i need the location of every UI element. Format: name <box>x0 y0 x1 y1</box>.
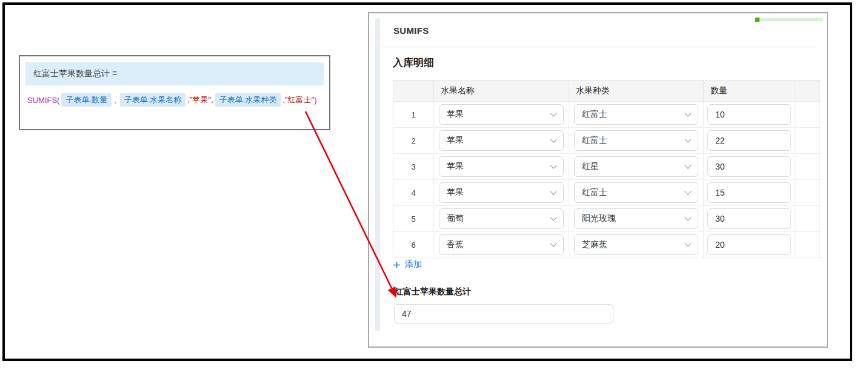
formula-function: ) <box>314 96 316 105</box>
chevron-down-icon <box>550 136 556 142</box>
panel-scrollbar[interactable] <box>375 18 380 331</box>
chevron-down-icon <box>550 162 556 168</box>
chevron-down-icon <box>684 162 691 168</box>
fruit-name-select[interactable]: 香蕉 <box>439 234 564 255</box>
subform-title: 入库明细 <box>393 56 434 70</box>
table-row: 4 苹果 红富士 <box>393 180 820 206</box>
table-row: 1 苹果 红富士 <box>393 102 820 128</box>
fruit-type-value: 芝麻蕉 <box>582 239 607 250</box>
form-panel: SUMIFS 入库明细 水果名称 水果种类 数量 1 苹果 红富士 <box>368 12 828 348</box>
formula-box: 红富士苹果数量总计 = SUMIFS(子表单.数量,子表单.水果名称,"苹果",… <box>19 55 330 130</box>
chevron-down-icon <box>550 214 556 220</box>
quantity-input[interactable] <box>707 182 791 203</box>
table-row: 6 香蕉 芝麻蕉 <box>393 232 820 258</box>
fruit-name-select[interactable]: 苹果 <box>439 182 564 203</box>
fruit-type-value: 红富士 <box>582 135 607 146</box>
fruit-type-select[interactable]: 芝麻蕉 <box>574 234 698 255</box>
column-header-index <box>393 81 434 102</box>
fruit-name-value: 香蕉 <box>447 239 464 250</box>
fruit-type-select[interactable]: 红星 <box>574 156 698 177</box>
progress-indicator-head <box>755 18 760 22</box>
fruit-type-value: 红富士 <box>582 187 607 198</box>
row-extra-cell <box>795 232 821 258</box>
fruit-name-value: 苹果 <box>447 187 464 198</box>
formula-string-literal: ,"苹果", <box>187 94 213 105</box>
chevron-down-icon <box>684 188 691 194</box>
formula-comma: , <box>115 96 117 105</box>
fruit-name-select[interactable]: 苹果 <box>439 130 564 151</box>
chevron-down-icon <box>684 136 691 142</box>
panel-title: SUMIFS <box>393 25 429 36</box>
fruit-type-value: 红星 <box>582 161 599 172</box>
table-header: 水果名称 水果种类 数量 <box>393 81 820 102</box>
column-header-fruit-name: 水果名称 <box>434 81 569 102</box>
fruit-type-value: 红富士 <box>582 109 607 120</box>
column-header-fruit-type: 水果种类 <box>569 81 704 102</box>
table-row: 5 葡萄 阳光玫瑰 <box>393 206 820 232</box>
formula-target-field: 红富士苹果数量总计 = <box>25 62 324 85</box>
progress-indicator <box>756 18 823 21</box>
table-body: 1 苹果 红富士 2 苹果 红富士 <box>393 102 820 258</box>
add-row-label: 添加 <box>405 259 422 270</box>
quantity-input[interactable] <box>707 208 791 229</box>
fruit-type-select[interactable]: 红富士 <box>574 104 698 125</box>
subform-table: 水果名称 水果种类 数量 1 苹果 红富士 2 <box>393 80 820 258</box>
formula-expression: SUMIFS(子表单.数量,子表单.水果名称,"苹果",子表单.水果种类,"红富… <box>25 85 324 107</box>
result-input[interactable] <box>394 304 613 323</box>
chevron-down-icon <box>550 188 556 194</box>
quantity-input[interactable] <box>707 234 791 255</box>
row-extra-cell <box>795 128 821 154</box>
fruit-name-select[interactable]: 苹果 <box>439 104 564 125</box>
formula-field-token: 子表单.水果名称 <box>120 93 186 107</box>
table-row: 3 苹果 红星 <box>393 154 820 180</box>
formula-string-literal: ,"红富士" <box>282 94 314 105</box>
row-index: 2 <box>393 128 434 154</box>
fruit-name-value: 苹果 <box>447 161 464 172</box>
divider <box>376 47 820 47</box>
result-label: 红富士苹果数量总计 <box>395 287 471 297</box>
quantity-input[interactable] <box>707 130 791 151</box>
fruit-type-value: 阳光玫瑰 <box>582 213 616 224</box>
fruit-name-select[interactable]: 葡萄 <box>439 208 564 229</box>
column-header-extra <box>795 81 821 102</box>
row-extra-cell <box>795 102 821 128</box>
page: 红富士苹果数量总计 = SUMIFS(子表单.数量,子表单.水果名称,"苹果",… <box>0 0 868 381</box>
row-index: 4 <box>393 180 434 206</box>
row-index: 6 <box>393 232 434 258</box>
table-row: 2 苹果 红富士 <box>393 128 820 154</box>
quantity-input[interactable] <box>707 104 791 125</box>
fruit-name-value: 苹果 <box>447 109 464 120</box>
fruit-name-value: 葡萄 <box>447 213 464 224</box>
fruit-type-select[interactable]: 红富士 <box>574 182 698 203</box>
row-extra-cell <box>795 180 821 206</box>
quantity-input[interactable] <box>707 156 791 177</box>
row-extra-cell <box>795 154 821 180</box>
row-index: 5 <box>393 206 434 232</box>
formula-field-token: 子表单.数量 <box>61 93 112 107</box>
column-header-quantity: 数量 <box>704 81 795 102</box>
fruit-type-select[interactable]: 红富士 <box>574 130 698 151</box>
chevron-down-icon <box>684 240 691 247</box>
chevron-down-icon <box>550 240 556 247</box>
chevron-down-icon <box>684 110 691 116</box>
fruit-name-value: 苹果 <box>447 135 464 146</box>
formula-field-token: 子表单.水果种类 <box>215 93 281 107</box>
row-index: 1 <box>393 102 434 128</box>
row-extra-cell <box>795 206 821 232</box>
add-row-button[interactable]: 添加 <box>393 259 422 270</box>
row-index: 3 <box>393 154 434 180</box>
fruit-type-select[interactable]: 阳光玫瑰 <box>574 208 698 229</box>
chevron-down-icon <box>684 214 691 220</box>
formula-function: SUMIFS( <box>27 96 59 105</box>
plus-icon <box>393 261 401 269</box>
chevron-down-icon <box>550 110 556 116</box>
fruit-name-select[interactable]: 苹果 <box>439 156 564 177</box>
